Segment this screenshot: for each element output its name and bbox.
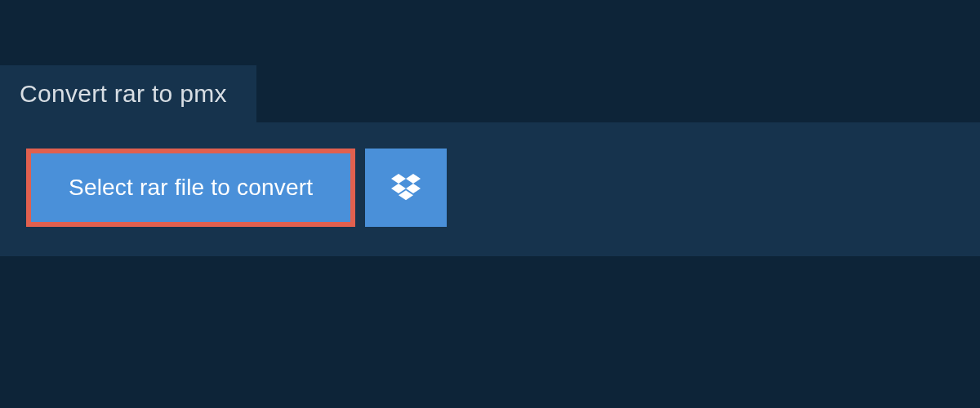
select-file-button[interactable]: Select rar file to convert bbox=[26, 149, 355, 227]
select-file-label: Select rar file to convert bbox=[69, 175, 313, 201]
convert-panel: Select rar file to convert bbox=[0, 122, 980, 256]
tab-convert[interactable]: Convert rar to pmx bbox=[0, 65, 256, 122]
tab-title: Convert rar to pmx bbox=[20, 80, 227, 107]
button-row: Select rar file to convert bbox=[26, 149, 954, 227]
dropbox-button[interactable] bbox=[365, 149, 447, 227]
dropbox-icon bbox=[391, 171, 421, 204]
